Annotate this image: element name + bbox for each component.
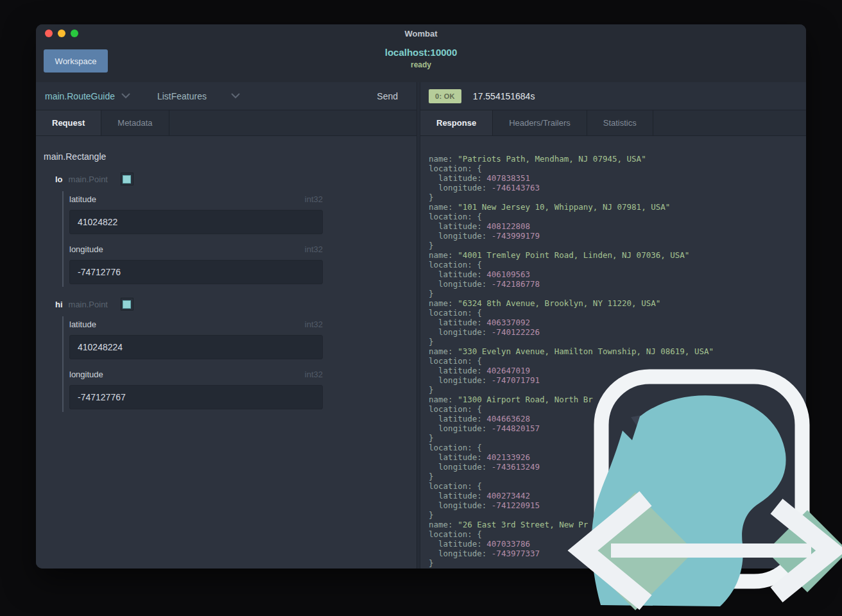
response-line: longitude: -743613249 (429, 462, 806, 472)
field-hi-checkbox[interactable] (121, 298, 133, 311)
response-line: longitude: -743977337 (429, 549, 806, 558)
longitude-label: longitude (69, 244, 103, 254)
response-line: location: { (429, 481, 806, 491)
hi-longitude-input[interactable]: -747127767 (69, 385, 323, 409)
response-line: } (429, 193, 806, 202)
duration-label: 17.554151684s (473, 91, 535, 101)
lo-longitude-input[interactable]: -74712776 (69, 260, 323, 284)
response-line: } (429, 472, 806, 481)
field-group-hi: latitude int32 410248224 longitude int32… (62, 316, 417, 412)
response-line: name: "Patriots Path, Mendham, NJ 07945,… (429, 154, 806, 164)
message-type-label: main.Rectangle (44, 151, 417, 162)
hi-latitude-input[interactable]: 410248224 (69, 335, 323, 359)
response-line: } (429, 241, 806, 250)
request-toolbar: main.RouteGuide ListFeatures Send (36, 82, 417, 110)
response-line: location: { (429, 308, 806, 318)
response-statusbar: 0: OK 17.554151684s (420, 82, 806, 110)
response-line: longitude: -740122226 (429, 327, 806, 337)
response-line: latitude: 408122808 (429, 221, 806, 231)
response-line: name: "1300 Airport Road, North Br (429, 395, 806, 404)
field-label-row: latitude int32 (69, 194, 323, 204)
app-header: Workspace localhost:10000 ready (36, 42, 806, 82)
response-line: longitude: -747071791 (429, 375, 806, 385)
response-tabbar: Response Headers/Trailers Statistics (420, 110, 806, 136)
field-row-lo: lo main.Point (55, 173, 417, 185)
response-line: location: { (429, 404, 806, 414)
response-line: name: "101 New Jersey 10, Whippany, NJ 0… (429, 202, 806, 212)
latitude-label: latitude (69, 194, 96, 204)
field-label-row: longitude int32 (69, 244, 323, 254)
response-line: latitude: 406109563 (429, 270, 806, 279)
response-line: name: "26 East 3rd Street, New Pr (429, 520, 806, 529)
server-address: localhost:10000 (36, 47, 806, 58)
response-line: } (429, 337, 806, 346)
longitude-type: int32 (305, 244, 323, 254)
server-info: localhost:10000 ready (36, 47, 806, 69)
lo-latitude-input[interactable]: 41024822 (69, 210, 323, 234)
response-line: latitude: 407033786 (429, 539, 806, 549)
main-split: main.RouteGuide ListFeatures Send Reques… (36, 82, 806, 569)
response-line: latitude: 404663628 (429, 414, 806, 424)
response-line: location: { (429, 212, 806, 221)
response-output[interactable]: name: "Patriots Path, Mendham, NJ 07945,… (420, 136, 806, 569)
service-select[interactable]: main.RouteGuide (45, 91, 115, 101)
chevron-down-icon[interactable] (121, 93, 130, 99)
response-line: latitude: 402647019 (429, 366, 806, 375)
response-line: latitude: 402133926 (429, 452, 806, 462)
field-label-row: longitude int32 (69, 370, 323, 379)
response-line: latitude: 407838351 (429, 173, 806, 183)
response-line: location: { (429, 356, 806, 366)
request-tabbar: Request Metadata (36, 110, 417, 136)
close-button[interactable] (45, 30, 53, 37)
response-line: } (429, 510, 806, 520)
minimize-button[interactable] (58, 30, 65, 37)
field-name-lo: lo (55, 175, 63, 184)
tab-headers-trailers[interactable]: Headers/Trailers (493, 110, 587, 135)
titlebar[interactable]: Wombat (36, 24, 806, 42)
request-panel: main.RouteGuide ListFeatures Send Reques… (36, 82, 417, 569)
chevron-down-icon[interactable] (231, 93, 240, 99)
response-line: location: { (429, 164, 806, 173)
response-line: location: { (429, 443, 806, 452)
window-title: Wombat (404, 29, 437, 38)
response-line: name: "6324 8th Avenue, Brooklyn, NY 112… (429, 298, 806, 308)
checkbox-checked-icon (123, 175, 131, 184)
latitude-label: latitude (69, 320, 96, 329)
send-button[interactable]: Send (377, 91, 398, 101)
maximize-button[interactable] (71, 30, 78, 37)
field-name-hi: hi (55, 300, 63, 309)
response-line: } (429, 433, 806, 443)
longitude-type: int32 (305, 370, 323, 379)
tab-statistics[interactable]: Statistics (587, 110, 653, 135)
response-line: latitude: 400273442 (429, 491, 806, 501)
tab-request[interactable]: Request (36, 110, 101, 135)
checkbox-checked-icon (123, 300, 131, 309)
field-group-lo: latitude int32 41024822 longitude int32 … (62, 191, 417, 287)
response-line: name: "330 Evelyn Avenue, Hamilton Towns… (429, 346, 806, 356)
tab-response[interactable]: Response (420, 110, 493, 135)
response-line: latitude: 406337092 (429, 318, 806, 327)
response-line: location: { (429, 529, 806, 539)
field-label-row: latitude int32 (69, 320, 323, 329)
request-form: main.Rectangle lo main.Point latitude in… (36, 136, 417, 569)
response-line: longitude: -741220915 (429, 501, 806, 510)
field-type-hi: main.Point (69, 300, 108, 309)
response-line: location: { (429, 260, 806, 270)
latitude-type: int32 (305, 320, 323, 329)
tab-metadata[interactable]: Metadata (101, 110, 169, 135)
field-type-lo: main.Point (69, 175, 108, 184)
response-line: } (429, 385, 806, 395)
response-line: } (429, 289, 806, 298)
response-line: longitude: -742186778 (429, 279, 806, 289)
longitude-label: longitude (69, 370, 103, 379)
field-row-hi: hi main.Point (55, 298, 417, 311)
status-badge: 0: OK (429, 89, 461, 103)
latitude-type: int32 (305, 194, 323, 204)
response-line: name: "4001 Tremley Point Road, Linden, … (429, 250, 806, 260)
response-panel: 0: OK 17.554151684s Response Headers/Tra… (420, 82, 806, 569)
field-lo-checkbox[interactable] (121, 173, 133, 185)
wombat-app-window: Wombat Workspace localhost:10000 ready m… (36, 24, 806, 569)
response-line: longitude: -743999179 (429, 231, 806, 241)
traffic-lights (45, 30, 78, 37)
method-select[interactable]: ListFeatures (157, 91, 207, 101)
